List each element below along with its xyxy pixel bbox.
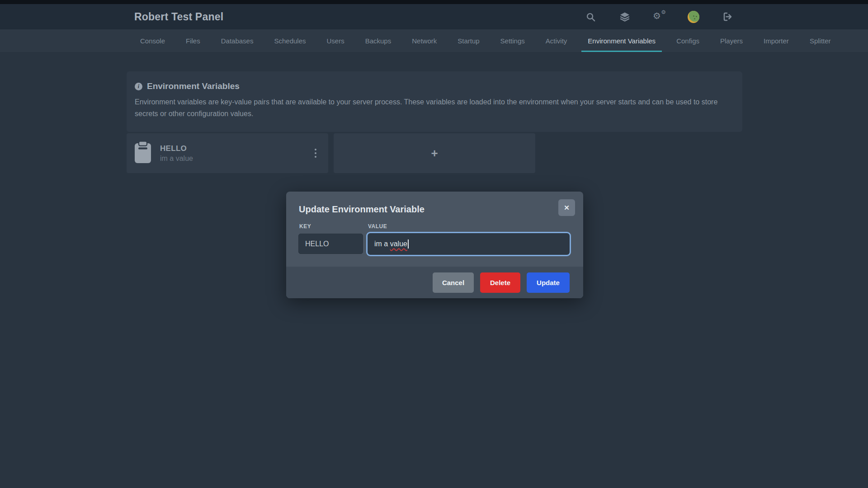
modal-title: Update Environment Variable [299, 204, 425, 215]
tab-databases[interactable]: Databases [215, 29, 260, 52]
modal-footer: Cancel Delete Update [286, 267, 583, 298]
search-icon[interactable] [585, 11, 596, 23]
tab-players[interactable]: Players [714, 29, 749, 52]
close-icon: ✕ [564, 204, 570, 212]
value-text-misspelled: value [390, 240, 407, 248]
tab-environment-variables[interactable]: Environment Variables [581, 29, 662, 52]
header-actions: ⚙⚙ [585, 4, 734, 29]
info-panel-header: i Environment Variables [135, 81, 734, 91]
gears-icon[interactable]: ⚙⚙ [653, 11, 665, 23]
value-text-plain: im a [374, 240, 390, 248]
text-cursor [408, 239, 409, 249]
tab-network[interactable]: Network [406, 29, 443, 52]
update-environment-variable-modal: Update Environment Variable ✕ KEY VALUE … [286, 192, 583, 298]
gears-glyphs: ⚙⚙ [653, 11, 665, 23]
tab-importer[interactable]: Importer [757, 29, 795, 52]
close-button[interactable]: ✕ [558, 199, 575, 216]
top-strip [0, 0, 868, 4]
variable-value: im a value [160, 155, 312, 163]
header-bar: Robert Test Panel ⚙⚙ [0, 4, 868, 29]
key-input [298, 234, 363, 254]
tab-activity[interactable]: Activity [539, 29, 574, 52]
clipboard-icon [134, 141, 152, 166]
value-text: im a value [374, 240, 407, 248]
tab-splitter[interactable]: Splitter [803, 29, 837, 52]
nav-bar: Console Files Databases Schedules Users … [0, 29, 868, 52]
variable-card[interactable]: HELLO im a value [127, 133, 328, 173]
value-input[interactable]: im a value [366, 232, 571, 256]
variable-texts: HELLO im a value [160, 144, 312, 163]
tab-schedules[interactable]: Schedules [268, 29, 312, 52]
tab-startup[interactable]: Startup [451, 29, 486, 52]
variable-cards-grid: HELLO im a value + [127, 133, 742, 173]
info-icon: i [135, 83, 142, 90]
tab-settings[interactable]: Settings [494, 29, 531, 52]
tab-console[interactable]: Console [134, 29, 171, 52]
tab-files[interactable]: Files [179, 29, 207, 52]
cancel-button[interactable]: Cancel [433, 272, 474, 293]
avatar[interactable] [688, 11, 699, 23]
kebab-menu-icon[interactable] [312, 146, 319, 160]
layers-icon[interactable] [619, 11, 631, 23]
info-panel-title: Environment Variables [147, 81, 240, 91]
panel-title: Robert Test Panel [134, 4, 223, 29]
tab-users[interactable]: Users [321, 29, 351, 52]
add-variable-button[interactable]: + [334, 133, 535, 173]
variable-key: HELLO [160, 144, 312, 153]
delete-button[interactable]: Delete [480, 272, 520, 293]
value-field-label: VALUE [368, 223, 387, 230]
update-button[interactable]: Update [527, 272, 570, 293]
tab-backups[interactable]: Backups [359, 29, 398, 52]
env-variables-info-panel: i Environment Variables Environment vari… [127, 71, 742, 132]
sign-out-icon[interactable] [722, 11, 734, 23]
plus-icon: + [431, 146, 438, 160]
key-field-label: KEY [299, 223, 311, 230]
tab-configs[interactable]: Configs [670, 29, 706, 52]
info-panel-description: Environment variables are key-value pair… [135, 96, 734, 120]
avatar-image [688, 11, 699, 23]
